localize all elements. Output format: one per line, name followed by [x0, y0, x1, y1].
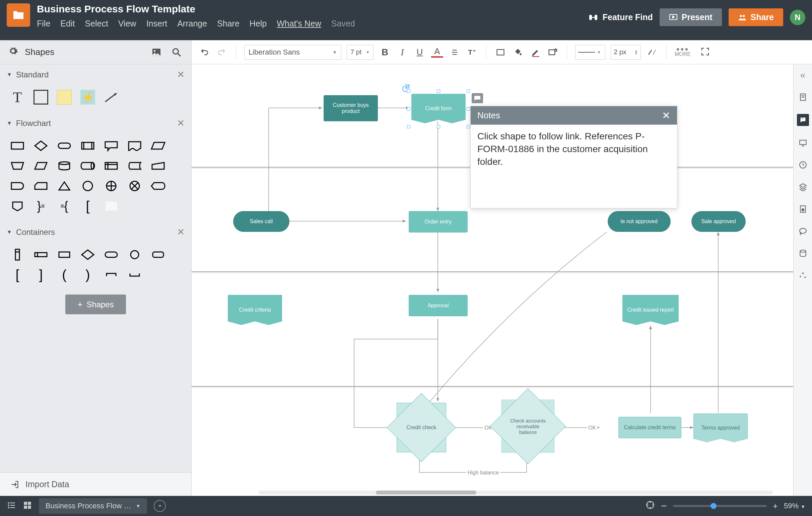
close-icon[interactable]: ✕ [177, 118, 184, 129]
flowchart-process[interactable] [7, 137, 28, 155]
line-options-button[interactable] [646, 46, 658, 58]
menu-whats-new[interactable]: What's New [277, 19, 321, 28]
shape-options-button[interactable] [547, 46, 559, 58]
text-color-button[interactable]: A [431, 47, 443, 58]
activity-icon[interactable] [645, 500, 655, 512]
close-icon[interactable]: ✕ [177, 69, 184, 80]
node-credit-check[interactable]: Credit check [397, 403, 446, 452]
close-icon[interactable]: ✕ [662, 110, 670, 121]
shape-note[interactable] [54, 88, 75, 106]
flowchart-data[interactable] [147, 137, 169, 155]
flowchart-io[interactable] [30, 157, 52, 175]
menu-insert[interactable]: Insert [146, 19, 168, 28]
container-diamond[interactable] [77, 246, 98, 264]
flowchart-bracket[interactable]: [ [77, 197, 98, 215]
node-terms-approved[interactable]: Terms approved [693, 413, 748, 442]
node-credit-issued[interactable]: Credit issued report [622, 295, 679, 325]
container-paren-r[interactable]: ) [77, 266, 98, 284]
flowchart-direct-data[interactable] [77, 157, 98, 175]
chat-icon[interactable] [798, 226, 808, 236]
line-style-select[interactable]: ▼ [575, 45, 605, 60]
container-bracket-t[interactable] [100, 266, 122, 284]
node-calculate-credit[interactable]: Calculate credit terms [618, 417, 682, 438]
import-data-button[interactable]: Import Data [0, 472, 191, 496]
list-view-icon[interactable] [7, 500, 16, 511]
grid-view-icon[interactable] [23, 500, 32, 511]
fullscreen-button[interactable] [700, 47, 710, 58]
menu-help[interactable]: Help [250, 19, 267, 28]
underline-button[interactable]: U [414, 46, 426, 58]
node-credit-form[interactable]: Credit form [411, 94, 466, 123]
category-flowchart[interactable]: ▼ Flowchart ✕ [0, 113, 191, 133]
canvas[interactable]: Customer buys product Credit form Sales … [192, 64, 793, 496]
menu-file[interactable]: File [37, 19, 50, 28]
font-size-select[interactable]: 7 pt▼ [347, 45, 374, 60]
image-icon[interactable] [150, 46, 163, 59]
line-width-select[interactable]: 2 px▲▼ [611, 45, 641, 60]
node-approval[interactable]: Approval [409, 295, 468, 316]
doc-properties-icon[interactable] [798, 92, 808, 103]
horizontal-scrollbar[interactable] [259, 490, 773, 494]
flowchart-callout[interactable] [100, 137, 122, 155]
flowchart-display[interactable] [147, 177, 169, 195]
node-sale-approved[interactable]: Sale approved [691, 211, 746, 232]
user-avatar[interactable]: N [790, 10, 805, 25]
node-customer-buys[interactable]: Customer buys product [324, 95, 378, 121]
menu-select[interactable]: Select [85, 19, 108, 28]
flowchart-document[interactable] [124, 137, 145, 155]
rotate-handle-icon[interactable] [399, 82, 412, 96]
share-button[interactable]: Share [729, 8, 783, 26]
feature-find-button[interactable]: Feature Find [588, 12, 653, 23]
menu-arrange[interactable]: Arrange [177, 19, 207, 28]
container-rect[interactable] [54, 246, 75, 264]
flowchart-stored[interactable] [124, 157, 145, 175]
note-indicator-icon[interactable] [472, 93, 483, 103]
search-icon[interactable] [170, 46, 183, 59]
flowchart-connector[interactable] [77, 177, 98, 195]
align-button[interactable] [448, 46, 461, 58]
present-panel-icon[interactable] [798, 137, 808, 148]
page-icon[interactable] [798, 204, 808, 214]
flowchart-blank[interactable] [100, 197, 122, 215]
page-tab[interactable]: Business Process Flow … ▼ [39, 498, 147, 514]
flowchart-brace-right[interactable]: }≡ [30, 197, 52, 215]
category-containers[interactable]: ▼ Containers ✕ [0, 222, 191, 242]
flowchart-internal[interactable] [100, 157, 122, 175]
zoom-in-button[interactable]: + [773, 501, 778, 511]
magic-icon[interactable] [798, 270, 808, 281]
shape-style-button[interactable] [494, 46, 506, 58]
bold-button[interactable]: B [379, 46, 391, 58]
flowchart-delay[interactable] [7, 177, 28, 195]
more-button[interactable]: ••• MORE [675, 47, 691, 57]
flowchart-summing[interactable] [100, 177, 122, 195]
flowchart-predefined[interactable] [77, 137, 98, 155]
flowchart-database[interactable] [54, 157, 75, 175]
flowchart-brace-left[interactable]: ≡{ [54, 197, 75, 215]
shape-text[interactable]: T [7, 88, 28, 106]
fill-color-button[interactable] [512, 46, 524, 58]
container-brace-l[interactable]: [ [7, 266, 28, 284]
container-swimlane-h[interactable] [30, 246, 52, 264]
document-title[interactable]: Business Process Flow Template [37, 3, 588, 15]
container-circle[interactable] [124, 246, 145, 264]
container-rounded[interactable] [147, 246, 169, 264]
italic-button[interactable]: I [396, 46, 408, 58]
node-sales-call[interactable]: Sales call [233, 211, 289, 232]
gear-icon[interactable] [8, 46, 18, 58]
present-button[interactable]: Present [660, 8, 722, 26]
container-swimlane-v[interactable] [7, 246, 28, 264]
flowchart-card[interactable] [30, 177, 52, 195]
flowchart-manual-input[interactable] [147, 157, 169, 175]
container-paren-l[interactable]: ( [54, 266, 75, 284]
text-options-button[interactable]: T [466, 46, 478, 58]
flowchart-terminator[interactable] [54, 137, 75, 155]
history-icon[interactable] [798, 160, 808, 170]
container-pill[interactable] [100, 246, 122, 264]
layers-icon[interactable] [798, 181, 808, 192]
node-credit-criteria[interactable]: Credit criteria [228, 295, 282, 325]
zoom-level[interactable]: 59% ▼ [784, 501, 805, 510]
redo-button[interactable] [216, 46, 228, 58]
font-family-select[interactable]: Liberation Sans▼ [244, 45, 341, 60]
flowchart-or[interactable] [124, 177, 145, 195]
container-brace-r[interactable]: ] [30, 266, 52, 284]
